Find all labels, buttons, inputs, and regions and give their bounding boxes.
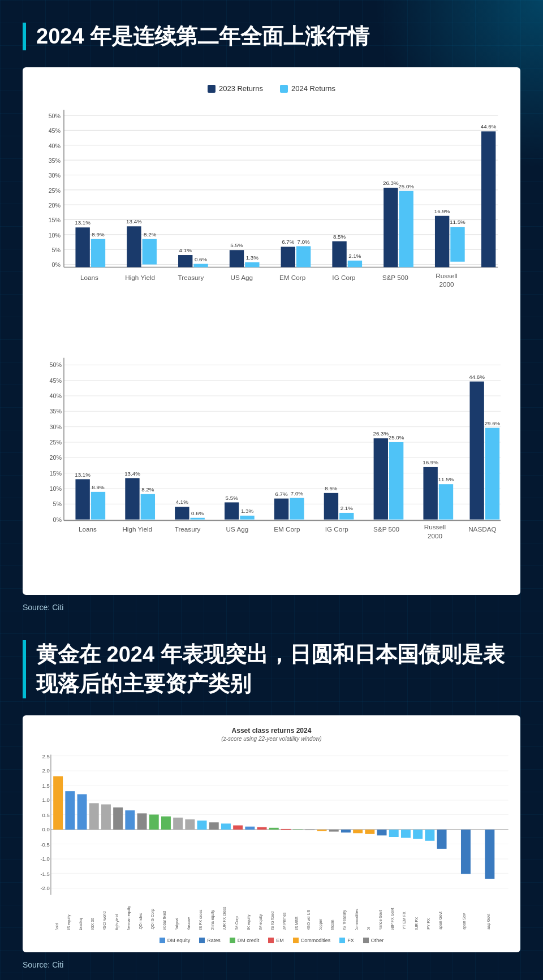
source1: Source: Citi (23, 603, 520, 612)
svg-text:8.2%: 8.2% (144, 231, 157, 238)
svg-text:US MBS: US MBS (295, 916, 299, 930)
svg-text:5.5%: 5.5% (226, 495, 239, 501)
svg-rect-163 (101, 804, 111, 830)
svg-text:MSCI world: MSCI world (102, 911, 106, 930)
legend-fx: FX (339, 938, 354, 943)
svg-text:40%: 40% (50, 392, 62, 399)
chart2-title: Asset class returns 2024 (32, 727, 511, 735)
svg-rect-126 (423, 467, 437, 520)
svg-text:2.1%: 2.1% (341, 505, 354, 511)
svg-text:6.7%: 6.7% (275, 491, 288, 497)
svg-text:15%: 15% (49, 217, 61, 224)
svg-text:S&P 500: S&P 500 (382, 274, 408, 281)
svg-text:LQD index: LQD index (139, 913, 143, 930)
legend-label-dm-equity: DM equity (167, 938, 191, 943)
chart2-legend: DM equity Rates DM credit EM Commodities… (32, 938, 511, 943)
svg-rect-179 (293, 829, 303, 830)
legend-dm-credit: DM credit (230, 938, 260, 943)
svg-rect-191 (437, 830, 447, 849)
svg-rect-180 (305, 830, 314, 830)
legend-label-2023: 2023 Returns (219, 84, 263, 93)
svg-text:US Agg: US Agg (226, 526, 249, 533)
svg-rect-176 (257, 827, 267, 830)
svg-text:1.3%: 1.3% (246, 254, 259, 261)
svg-text:29.6%: 29.6% (485, 420, 501, 426)
svg-text:6.7%: 6.7% (282, 239, 295, 245)
svg-text:2000: 2000 (439, 280, 454, 288)
svg-text:25.0%: 25.0% (398, 183, 414, 189)
svg-text:EM Primes: EM Primes (282, 912, 286, 930)
svg-rect-160 (65, 791, 75, 830)
svg-rect-183 (341, 830, 351, 832)
svg-rect-93 (91, 492, 105, 520)
svg-rect-111 (274, 499, 288, 520)
svg-rect-103 (191, 518, 205, 520)
svg-text:US Agg: US Agg (230, 274, 253, 281)
svg-text:2000: 2000 (428, 532, 443, 539)
svg-text:7.0%: 7.0% (291, 490, 304, 497)
legend-label-commodities: Commodities (301, 938, 331, 943)
svg-rect-175 (245, 827, 255, 830)
svg-text:13.1%: 13.1% (75, 220, 90, 226)
svg-text:11.5%: 11.5% (438, 477, 454, 483)
svg-rect-113 (290, 498, 304, 520)
svg-text:2.5: 2.5 (42, 753, 50, 759)
svg-rect-189 (413, 830, 423, 839)
svg-text:1.3%: 1.3% (241, 508, 254, 514)
svg-text:13.1%: 13.1% (75, 472, 90, 478)
svg-rect-98 (141, 494, 155, 520)
svg-text:US FX cross: US FX cross (199, 909, 202, 930)
svg-text:NASDAQ: NASDAQ (468, 526, 496, 533)
svg-text:0.0: 0.0 (42, 826, 50, 832)
legend-rates: Rates (199, 938, 221, 943)
svg-text:1.0: 1.0 (42, 797, 50, 803)
svg-text:2.0: 2.0 (42, 767, 50, 774)
svg-rect-177 (269, 828, 279, 830)
svg-rect-192 (461, 830, 471, 874)
svg-text:16.9%: 16.9% (423, 459, 438, 465)
svg-text:50%: 50% (50, 362, 62, 369)
svg-text:4.1%: 4.1% (176, 499, 189, 506)
svg-rect-159 (53, 776, 63, 830)
chart1-svg: 50% 45% 40% 35% 30% 25% 20% 15% 10% 5% 0… (40, 102, 503, 317)
svg-text:JYT EM FX: JYT EM FX (402, 912, 406, 930)
svg-text:5%: 5% (52, 247, 61, 254)
svg-rect-178 (281, 829, 291, 830)
svg-text:45%: 45% (50, 377, 62, 384)
svg-text:8.5%: 8.5% (333, 234, 346, 240)
chart1-full-svg: 50% 45% 40% 35% 30% 25% 20% 15% 10% 5% 0… (40, 349, 503, 581)
svg-text:EUR FX: EUR FX (415, 917, 419, 930)
svg-text:High Yield: High Yield (125, 274, 155, 281)
svg-text:Global fixed: Global fixed (162, 911, 166, 930)
svg-rect-161 (77, 794, 87, 830)
svg-rect-171 (197, 821, 207, 830)
section2-title: 黄金在 2024 年表现突出，日圆和日本国债则是表现落后的主要资产类别 (23, 640, 520, 698)
svg-text:35%: 35% (50, 408, 62, 415)
svg-rect-184 (353, 830, 363, 833)
svg-text:25%: 25% (50, 439, 62, 446)
svg-text:IG Corp: IG Corp (325, 526, 348, 533)
svg-text:Russell: Russell (436, 272, 457, 279)
svg-rect-108 (240, 516, 254, 520)
svg-rect-169 (173, 818, 183, 830)
svg-text:High yield: High yield (115, 914, 119, 930)
svg-text:0.5: 0.5 (42, 812, 50, 818)
svg-text:0%: 0% (53, 516, 62, 523)
svg-text:Commodities: Commodities (355, 908, 359, 929)
svg-text:High Yield: High Yield (122, 526, 152, 533)
svg-text:EM Corp: EM Corp (274, 526, 300, 533)
svg-text:8.5%: 8.5% (325, 485, 338, 491)
svg-text:20%: 20% (49, 202, 61, 209)
svg-text:0.6%: 0.6% (195, 256, 208, 262)
legend-box-dm-equity (160, 938, 165, 943)
legend-box-em (268, 938, 274, 943)
legend-commodities: Commodities (293, 938, 331, 943)
legend-box-fx (339, 938, 345, 943)
svg-text:China equity: China equity (210, 909, 215, 930)
svg-rect-31 (143, 239, 157, 265)
chart1-card: 2023 Returns 2024 Returns 50% 45% 40% 35… (23, 67, 520, 595)
svg-text:MGO wti US: MGO wti US (307, 910, 311, 930)
svg-text:35%: 35% (49, 157, 61, 164)
svg-text:4.1%: 4.1% (179, 248, 192, 254)
svg-rect-173 (221, 823, 231, 830)
